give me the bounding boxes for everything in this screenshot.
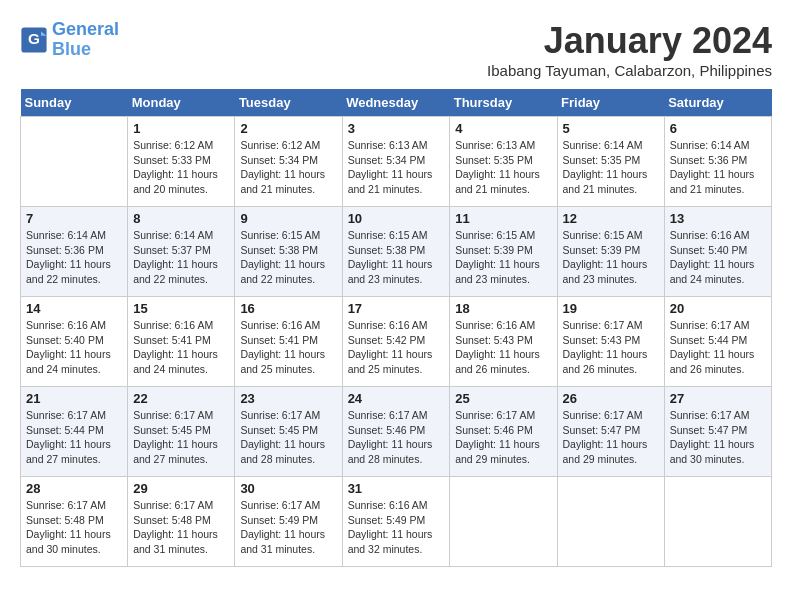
svg-text:G: G bbox=[28, 30, 40, 47]
day-detail: Sunrise: 6:12 AMSunset: 5:34 PMDaylight:… bbox=[240, 139, 325, 195]
weekday-header-tuesday: Tuesday bbox=[235, 89, 342, 117]
day-cell: 27Sunrise: 6:17 AMSunset: 5:47 PMDayligh… bbox=[664, 387, 771, 477]
day-detail: Sunrise: 6:17 AMSunset: 5:47 PMDaylight:… bbox=[670, 409, 755, 465]
day-detail: Sunrise: 6:15 AMSunset: 5:39 PMDaylight:… bbox=[455, 229, 540, 285]
day-detail: Sunrise: 6:15 AMSunset: 5:38 PMDaylight:… bbox=[240, 229, 325, 285]
day-detail: Sunrise: 6:17 AMSunset: 5:45 PMDaylight:… bbox=[240, 409, 325, 465]
day-number: 3 bbox=[348, 121, 445, 136]
day-detail: Sunrise: 6:17 AMSunset: 5:46 PMDaylight:… bbox=[348, 409, 433, 465]
day-detail: Sunrise: 6:16 AMSunset: 5:49 PMDaylight:… bbox=[348, 499, 433, 555]
day-cell: 13Sunrise: 6:16 AMSunset: 5:40 PMDayligh… bbox=[664, 207, 771, 297]
day-cell: 29Sunrise: 6:17 AMSunset: 5:48 PMDayligh… bbox=[128, 477, 235, 567]
day-number: 31 bbox=[348, 481, 445, 496]
month-title: January 2024 bbox=[487, 20, 772, 62]
day-number: 18 bbox=[455, 301, 551, 316]
day-cell: 12Sunrise: 6:15 AMSunset: 5:39 PMDayligh… bbox=[557, 207, 664, 297]
day-cell: 21Sunrise: 6:17 AMSunset: 5:44 PMDayligh… bbox=[21, 387, 128, 477]
day-cell: 1Sunrise: 6:12 AMSunset: 5:33 PMDaylight… bbox=[128, 117, 235, 207]
day-cell bbox=[450, 477, 557, 567]
page-header: G GeneralBlue January 2024 Ibabang Tayum… bbox=[20, 20, 772, 79]
day-cell: 8Sunrise: 6:14 AMSunset: 5:37 PMDaylight… bbox=[128, 207, 235, 297]
day-number: 6 bbox=[670, 121, 766, 136]
day-cell: 28Sunrise: 6:17 AMSunset: 5:48 PMDayligh… bbox=[21, 477, 128, 567]
day-number: 21 bbox=[26, 391, 122, 406]
day-cell: 20Sunrise: 6:17 AMSunset: 5:44 PMDayligh… bbox=[664, 297, 771, 387]
week-row-3: 14Sunrise: 6:16 AMSunset: 5:40 PMDayligh… bbox=[21, 297, 772, 387]
week-row-5: 28Sunrise: 6:17 AMSunset: 5:48 PMDayligh… bbox=[21, 477, 772, 567]
day-number: 1 bbox=[133, 121, 229, 136]
day-cell bbox=[557, 477, 664, 567]
day-detail: Sunrise: 6:14 AMSunset: 5:35 PMDaylight:… bbox=[563, 139, 648, 195]
day-cell: 23Sunrise: 6:17 AMSunset: 5:45 PMDayligh… bbox=[235, 387, 342, 477]
week-row-2: 7Sunrise: 6:14 AMSunset: 5:36 PMDaylight… bbox=[21, 207, 772, 297]
day-cell: 4Sunrise: 6:13 AMSunset: 5:35 PMDaylight… bbox=[450, 117, 557, 207]
day-number: 25 bbox=[455, 391, 551, 406]
day-cell: 16Sunrise: 6:16 AMSunset: 5:41 PMDayligh… bbox=[235, 297, 342, 387]
day-cell: 9Sunrise: 6:15 AMSunset: 5:38 PMDaylight… bbox=[235, 207, 342, 297]
day-detail: Sunrise: 6:17 AMSunset: 5:48 PMDaylight:… bbox=[133, 499, 218, 555]
day-detail: Sunrise: 6:13 AMSunset: 5:34 PMDaylight:… bbox=[348, 139, 433, 195]
weekday-header-thursday: Thursday bbox=[450, 89, 557, 117]
day-number: 29 bbox=[133, 481, 229, 496]
day-cell: 6Sunrise: 6:14 AMSunset: 5:36 PMDaylight… bbox=[664, 117, 771, 207]
day-detail: Sunrise: 6:16 AMSunset: 5:40 PMDaylight:… bbox=[670, 229, 755, 285]
day-number: 15 bbox=[133, 301, 229, 316]
day-number: 9 bbox=[240, 211, 336, 226]
title-block: January 2024 Ibabang Tayuman, Calabarzon… bbox=[487, 20, 772, 79]
day-detail: Sunrise: 6:15 AMSunset: 5:38 PMDaylight:… bbox=[348, 229, 433, 285]
day-number: 2 bbox=[240, 121, 336, 136]
day-number: 22 bbox=[133, 391, 229, 406]
logo-icon: G bbox=[20, 26, 48, 54]
day-number: 27 bbox=[670, 391, 766, 406]
day-number: 7 bbox=[26, 211, 122, 226]
day-detail: Sunrise: 6:17 AMSunset: 5:45 PMDaylight:… bbox=[133, 409, 218, 465]
day-cell: 3Sunrise: 6:13 AMSunset: 5:34 PMDaylight… bbox=[342, 117, 450, 207]
day-number: 19 bbox=[563, 301, 659, 316]
day-detail: Sunrise: 6:16 AMSunset: 5:41 PMDaylight:… bbox=[133, 319, 218, 375]
day-detail: Sunrise: 6:16 AMSunset: 5:43 PMDaylight:… bbox=[455, 319, 540, 375]
day-cell: 31Sunrise: 6:16 AMSunset: 5:49 PMDayligh… bbox=[342, 477, 450, 567]
day-cell: 11Sunrise: 6:15 AMSunset: 5:39 PMDayligh… bbox=[450, 207, 557, 297]
weekday-header-row: SundayMondayTuesdayWednesdayThursdayFrid… bbox=[21, 89, 772, 117]
day-detail: Sunrise: 6:14 AMSunset: 5:36 PMDaylight:… bbox=[26, 229, 111, 285]
day-number: 12 bbox=[563, 211, 659, 226]
calendar-table: SundayMondayTuesdayWednesdayThursdayFrid… bbox=[20, 89, 772, 567]
weekday-header-wednesday: Wednesday bbox=[342, 89, 450, 117]
day-number: 13 bbox=[670, 211, 766, 226]
day-cell: 30Sunrise: 6:17 AMSunset: 5:49 PMDayligh… bbox=[235, 477, 342, 567]
day-detail: Sunrise: 6:16 AMSunset: 5:41 PMDaylight:… bbox=[240, 319, 325, 375]
day-cell: 5Sunrise: 6:14 AMSunset: 5:35 PMDaylight… bbox=[557, 117, 664, 207]
day-detail: Sunrise: 6:12 AMSunset: 5:33 PMDaylight:… bbox=[133, 139, 218, 195]
day-cell: 19Sunrise: 6:17 AMSunset: 5:43 PMDayligh… bbox=[557, 297, 664, 387]
day-detail: Sunrise: 6:17 AMSunset: 5:49 PMDaylight:… bbox=[240, 499, 325, 555]
day-detail: Sunrise: 6:13 AMSunset: 5:35 PMDaylight:… bbox=[455, 139, 540, 195]
day-detail: Sunrise: 6:14 AMSunset: 5:37 PMDaylight:… bbox=[133, 229, 218, 285]
day-cell: 7Sunrise: 6:14 AMSunset: 5:36 PMDaylight… bbox=[21, 207, 128, 297]
day-cell bbox=[21, 117, 128, 207]
day-cell: 26Sunrise: 6:17 AMSunset: 5:47 PMDayligh… bbox=[557, 387, 664, 477]
day-detail: Sunrise: 6:14 AMSunset: 5:36 PMDaylight:… bbox=[670, 139, 755, 195]
logo: G GeneralBlue bbox=[20, 20, 119, 60]
day-detail: Sunrise: 6:17 AMSunset: 5:48 PMDaylight:… bbox=[26, 499, 111, 555]
day-cell: 22Sunrise: 6:17 AMSunset: 5:45 PMDayligh… bbox=[128, 387, 235, 477]
day-number: 10 bbox=[348, 211, 445, 226]
weekday-header-monday: Monday bbox=[128, 89, 235, 117]
day-cell bbox=[664, 477, 771, 567]
day-detail: Sunrise: 6:15 AMSunset: 5:39 PMDaylight:… bbox=[563, 229, 648, 285]
location: Ibabang Tayuman, Calabarzon, Philippines bbox=[487, 62, 772, 79]
day-number: 28 bbox=[26, 481, 122, 496]
week-row-4: 21Sunrise: 6:17 AMSunset: 5:44 PMDayligh… bbox=[21, 387, 772, 477]
day-number: 20 bbox=[670, 301, 766, 316]
day-number: 23 bbox=[240, 391, 336, 406]
day-number: 16 bbox=[240, 301, 336, 316]
day-number: 30 bbox=[240, 481, 336, 496]
day-number: 11 bbox=[455, 211, 551, 226]
day-cell: 24Sunrise: 6:17 AMSunset: 5:46 PMDayligh… bbox=[342, 387, 450, 477]
day-cell: 15Sunrise: 6:16 AMSunset: 5:41 PMDayligh… bbox=[128, 297, 235, 387]
day-cell: 14Sunrise: 6:16 AMSunset: 5:40 PMDayligh… bbox=[21, 297, 128, 387]
day-detail: Sunrise: 6:16 AMSunset: 5:42 PMDaylight:… bbox=[348, 319, 433, 375]
day-number: 17 bbox=[348, 301, 445, 316]
day-detail: Sunrise: 6:17 AMSunset: 5:47 PMDaylight:… bbox=[563, 409, 648, 465]
week-row-1: 1Sunrise: 6:12 AMSunset: 5:33 PMDaylight… bbox=[21, 117, 772, 207]
day-cell: 18Sunrise: 6:16 AMSunset: 5:43 PMDayligh… bbox=[450, 297, 557, 387]
